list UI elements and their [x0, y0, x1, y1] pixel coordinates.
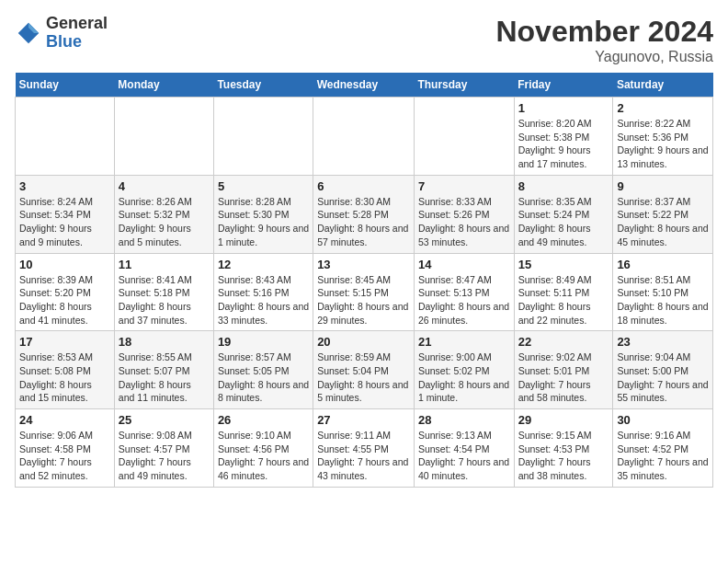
calendar-cell: 27Sunrise: 9:11 AM Sunset: 4:55 PM Dayli… [313, 409, 415, 488]
day-number: 23 [617, 335, 709, 349]
calendar-week-row: 24Sunrise: 9:06 AM Sunset: 4:58 PM Dayli… [16, 409, 713, 488]
weekday-header: Monday [114, 73, 213, 98]
calendar-cell: 20Sunrise: 8:59 AM Sunset: 5:04 PM Dayli… [313, 331, 415, 409]
weekday-header: Tuesday [213, 73, 313, 98]
calendar-cell [213, 98, 313, 176]
calendar-cell: 3Sunrise: 8:24 AM Sunset: 5:34 PM Daylig… [16, 175, 115, 253]
day-info: Sunrise: 8:39 AM Sunset: 5:20 PM Dayligh… [19, 273, 110, 327]
calendar-cell: 10Sunrise: 8:39 AM Sunset: 5:20 PM Dayli… [16, 253, 115, 331]
day-number: 19 [218, 335, 309, 349]
calendar-cell [16, 98, 115, 176]
logo: General Blue [15, 15, 108, 52]
logo-icon [15, 19, 42, 47]
calendar-cell: 5Sunrise: 8:28 AM Sunset: 5:30 PM Daylig… [213, 175, 313, 253]
day-info: Sunrise: 9:10 AM Sunset: 4:56 PM Dayligh… [218, 429, 309, 483]
calendar-cell: 1Sunrise: 8:20 AM Sunset: 5:38 PM Daylig… [514, 98, 613, 176]
day-info: Sunrise: 9:02 AM Sunset: 5:01 PM Dayligh… [518, 350, 609, 405]
calendar-cell: 9Sunrise: 8:37 AM Sunset: 5:22 PM Daylig… [613, 175, 713, 253]
day-info: Sunrise: 8:33 AM Sunset: 5:26 PM Dayligh… [418, 195, 510, 249]
day-number: 9 [617, 179, 709, 193]
day-info: Sunrise: 8:57 AM Sunset: 5:05 PM Dayligh… [218, 350, 309, 405]
day-number: 24 [19, 413, 110, 427]
day-info: Sunrise: 8:53 AM Sunset: 5:08 PM Dayligh… [19, 350, 110, 405]
day-number: 17 [19, 335, 110, 349]
weekday-header: Friday [514, 73, 613, 98]
title-area: November 2024 Yagunovo, Russia [495, 15, 713, 65]
day-info: Sunrise: 8:24 AM Sunset: 5:34 PM Dayligh… [19, 195, 110, 249]
calendar-cell: 30Sunrise: 9:16 AM Sunset: 4:52 PM Dayli… [613, 409, 713, 488]
calendar-cell: 11Sunrise: 8:41 AM Sunset: 5:18 PM Dayli… [114, 253, 213, 331]
day-info: Sunrise: 8:59 AM Sunset: 5:04 PM Dayligh… [317, 350, 410, 405]
calendar-cell: 22Sunrise: 9:02 AM Sunset: 5:01 PM Dayli… [514, 331, 613, 409]
day-number: 13 [317, 258, 410, 271]
calendar-week-row: 10Sunrise: 8:39 AM Sunset: 5:20 PM Dayli… [16, 253, 713, 331]
calendar-cell: 24Sunrise: 9:06 AM Sunset: 4:58 PM Dayli… [16, 409, 115, 488]
day-number: 20 [317, 335, 410, 349]
day-info: Sunrise: 8:35 AM Sunset: 5:24 PM Dayligh… [518, 195, 609, 249]
calendar-cell: 28Sunrise: 9:13 AM Sunset: 4:54 PM Dayli… [414, 409, 514, 488]
day-number: 2 [617, 101, 709, 115]
day-number: 29 [518, 413, 609, 427]
day-number: 21 [418, 335, 510, 349]
calendar-cell: 16Sunrise: 8:51 AM Sunset: 5:10 PM Dayli… [613, 253, 713, 331]
day-number: 14 [418, 258, 510, 271]
day-info: Sunrise: 9:00 AM Sunset: 5:02 PM Dayligh… [418, 350, 510, 405]
calendar-week-row: 3Sunrise: 8:24 AM Sunset: 5:34 PM Daylig… [16, 175, 713, 253]
day-info: Sunrise: 8:20 AM Sunset: 5:38 PM Dayligh… [518, 117, 609, 171]
weekday-header: Sunday [16, 73, 115, 98]
calendar-cell: 6Sunrise: 8:30 AM Sunset: 5:28 PM Daylig… [313, 175, 415, 253]
day-info: Sunrise: 9:06 AM Sunset: 4:58 PM Dayligh… [19, 429, 110, 483]
calendar-cell: 14Sunrise: 8:47 AM Sunset: 5:13 PM Dayli… [414, 253, 514, 331]
calendar-cell: 13Sunrise: 8:45 AM Sunset: 5:15 PM Dayli… [313, 253, 415, 331]
day-info: Sunrise: 8:28 AM Sunset: 5:30 PM Dayligh… [218, 195, 309, 249]
day-info: Sunrise: 9:04 AM Sunset: 5:00 PM Dayligh… [617, 350, 709, 405]
day-info: Sunrise: 9:11 AM Sunset: 4:55 PM Dayligh… [317, 429, 410, 483]
calendar-cell [313, 98, 415, 176]
calendar-cell: 29Sunrise: 9:15 AM Sunset: 4:53 PM Dayli… [514, 409, 613, 488]
day-info: Sunrise: 8:47 AM Sunset: 5:13 PM Dayligh… [418, 273, 510, 327]
location: Yagunovo, Russia [495, 49, 713, 65]
header-row: SundayMondayTuesdayWednesdayThursdayFrid… [16, 73, 713, 98]
calendar-body: 1Sunrise: 8:20 AM Sunset: 5:38 PM Daylig… [16, 98, 713, 488]
day-number: 15 [518, 258, 609, 271]
day-info: Sunrise: 8:37 AM Sunset: 5:22 PM Dayligh… [617, 195, 709, 249]
day-number: 16 [617, 258, 709, 271]
day-number: 25 [119, 413, 210, 427]
day-number: 6 [317, 179, 410, 193]
calendar-cell: 18Sunrise: 8:55 AM Sunset: 5:07 PM Dayli… [114, 331, 213, 409]
day-info: Sunrise: 9:13 AM Sunset: 4:54 PM Dayligh… [418, 429, 510, 483]
calendar-cell: 19Sunrise: 8:57 AM Sunset: 5:05 PM Dayli… [213, 331, 313, 409]
day-info: Sunrise: 9:16 AM Sunset: 4:52 PM Dayligh… [617, 429, 709, 483]
day-number: 8 [518, 179, 609, 193]
calendar-cell [414, 98, 514, 176]
day-info: Sunrise: 8:41 AM Sunset: 5:18 PM Dayligh… [119, 273, 210, 327]
weekday-header: Saturday [613, 73, 713, 98]
calendar-cell: 17Sunrise: 8:53 AM Sunset: 5:08 PM Dayli… [16, 331, 115, 409]
calendar-cell: 23Sunrise: 9:04 AM Sunset: 5:00 PM Dayli… [613, 331, 713, 409]
day-info: Sunrise: 9:08 AM Sunset: 4:57 PM Dayligh… [119, 429, 210, 483]
calendar-cell: 12Sunrise: 8:43 AM Sunset: 5:16 PM Dayli… [213, 253, 313, 331]
day-info: Sunrise: 8:43 AM Sunset: 5:16 PM Dayligh… [218, 273, 309, 327]
day-number: 30 [617, 413, 709, 427]
logo-text: General Blue [46, 15, 108, 52]
calendar-cell: 2Sunrise: 8:22 AM Sunset: 5:36 PM Daylig… [613, 98, 713, 176]
day-info: Sunrise: 9:15 AM Sunset: 4:53 PM Dayligh… [518, 429, 609, 483]
day-number: 3 [19, 179, 110, 193]
day-info: Sunrise: 8:51 AM Sunset: 5:10 PM Dayligh… [617, 273, 709, 327]
day-number: 5 [218, 179, 309, 193]
day-number: 18 [119, 335, 210, 349]
page-header: General Blue November 2024 Yagunovo, Rus… [15, 15, 713, 65]
day-number: 12 [218, 258, 309, 271]
day-number: 10 [19, 258, 110, 271]
calendar-week-row: 17Sunrise: 8:53 AM Sunset: 5:08 PM Dayli… [16, 331, 713, 409]
day-number: 11 [119, 258, 210, 271]
weekday-header: Wednesday [313, 73, 415, 98]
day-info: Sunrise: 8:55 AM Sunset: 5:07 PM Dayligh… [119, 350, 210, 405]
calendar-cell: 26Sunrise: 9:10 AM Sunset: 4:56 PM Dayli… [213, 409, 313, 488]
day-info: Sunrise: 8:26 AM Sunset: 5:32 PM Dayligh… [119, 195, 210, 249]
day-number: 28 [418, 413, 510, 427]
day-number: 26 [218, 413, 309, 427]
calendar-cell: 8Sunrise: 8:35 AM Sunset: 5:24 PM Daylig… [514, 175, 613, 253]
calendar-cell: 7Sunrise: 8:33 AM Sunset: 5:26 PM Daylig… [414, 175, 514, 253]
calendar-cell: 15Sunrise: 8:49 AM Sunset: 5:11 PM Dayli… [514, 253, 613, 331]
